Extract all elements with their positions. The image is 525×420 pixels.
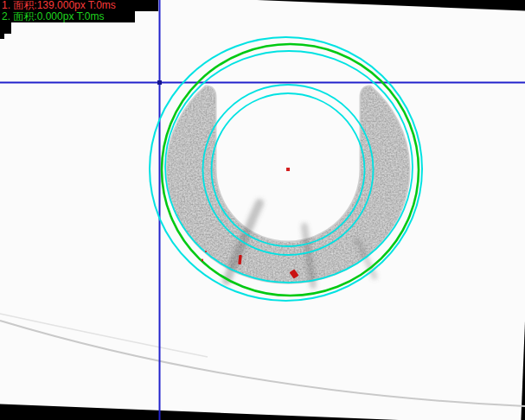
ring-part-image xyxy=(167,86,409,283)
crosshair-center-marker[interactable] xyxy=(157,80,162,85)
area-measurement-label-1: 1. 面积:139.000px T:0ms xyxy=(0,0,158,11)
background-wire-lines xyxy=(0,314,525,406)
vision-viewer-canvas: 1. 面积:139.000px T:0ms 2. 面积:0.000px T:0m… xyxy=(0,0,525,420)
wire-line xyxy=(0,321,525,406)
area-measurement-label-2: 2. 面积:0.000px T:0ms xyxy=(0,11,135,22)
circle-center-dot xyxy=(286,168,290,171)
label-stub xyxy=(0,34,4,39)
measurement-overlay xyxy=(0,0,525,420)
wire-line xyxy=(0,314,208,357)
defect-mark xyxy=(205,251,207,252)
defect-mark xyxy=(202,259,203,262)
label-stub xyxy=(0,22,11,34)
